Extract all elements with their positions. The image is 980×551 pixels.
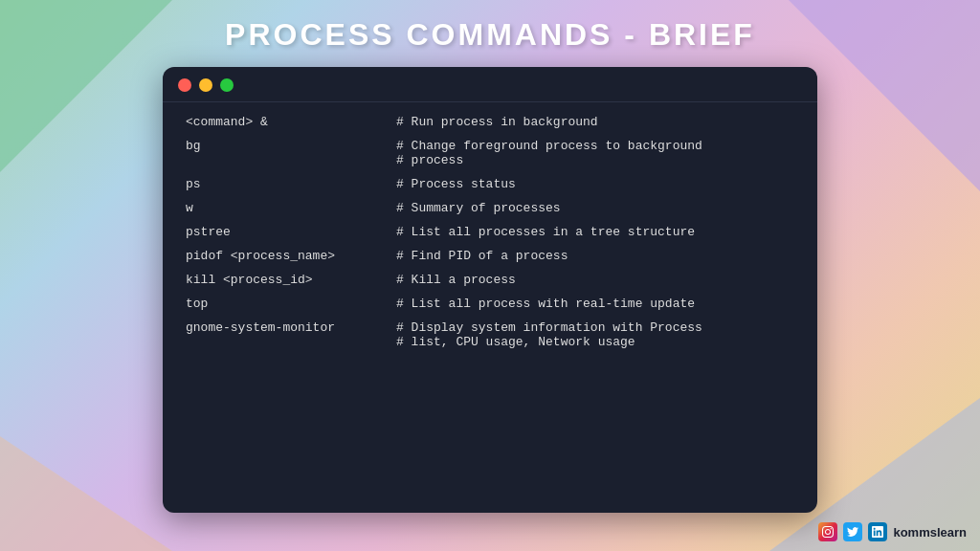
command-text: bg xyxy=(186,139,396,153)
comment-text: # List all processes in a tree structure xyxy=(396,225,794,239)
table-row: pidof <process_name> # Find PID of a pro… xyxy=(186,244,794,268)
instagram-icon[interactable] xyxy=(818,522,837,541)
table-row: w # Summary of processes xyxy=(186,196,794,220)
table-row: top # List all process with real-time up… xyxy=(186,292,794,316)
twitter-icon[interactable] xyxy=(843,522,862,541)
footer-icons: kommslearn xyxy=(818,522,967,541)
terminal-body: <command> & # Run process in background … xyxy=(163,102,817,362)
table-row: <command> & # Run process in background xyxy=(186,110,794,134)
comment-text: # Summary of processes xyxy=(396,201,794,215)
table-row: gnome-system-monitor # Display system in… xyxy=(186,316,794,354)
command-text: <command> & xyxy=(186,115,396,129)
comment-text: # Kill a process xyxy=(396,273,794,287)
linkedin-icon[interactable] xyxy=(868,522,887,541)
comment-text: # Display system information with Proces… xyxy=(396,320,794,349)
brand-name: kommslearn xyxy=(893,525,967,540)
command-text: gnome-system-monitor xyxy=(186,320,396,335)
comment-text: # Change foreground process to backgroun… xyxy=(396,139,794,167)
terminal-window: <command> & # Run process in background … xyxy=(163,67,817,513)
command-text: ps xyxy=(186,177,396,191)
terminal-dot-yellow[interactable] xyxy=(199,78,212,92)
comment-text: # Run process in background xyxy=(396,115,794,129)
comment-text: # Find PID of a process xyxy=(396,249,794,263)
command-text: kill <process_id> xyxy=(186,273,396,287)
terminal-header xyxy=(163,67,817,102)
geo-triangle-bottom-left xyxy=(0,436,172,551)
table-row: kill <process_id> # Kill a process xyxy=(186,268,794,292)
table-row: ps # Process status xyxy=(186,172,794,196)
page-title: PROCESS COMMANDS - BRIEF xyxy=(0,17,980,53)
terminal-dot-green[interactable] xyxy=(220,78,234,92)
comment-text: # Process status xyxy=(396,177,794,191)
terminal-dot-red[interactable] xyxy=(178,78,191,92)
command-text: pidof <process_name> xyxy=(186,249,396,263)
command-text: top xyxy=(186,297,396,311)
comment-text: # List all process with real-time update xyxy=(396,297,794,311)
table-row: bg # Change foreground process to backgr… xyxy=(186,134,794,172)
table-row: pstree # List all processes in a tree st… xyxy=(186,220,794,244)
command-text: pstree xyxy=(186,225,396,239)
command-text: w xyxy=(186,201,396,215)
